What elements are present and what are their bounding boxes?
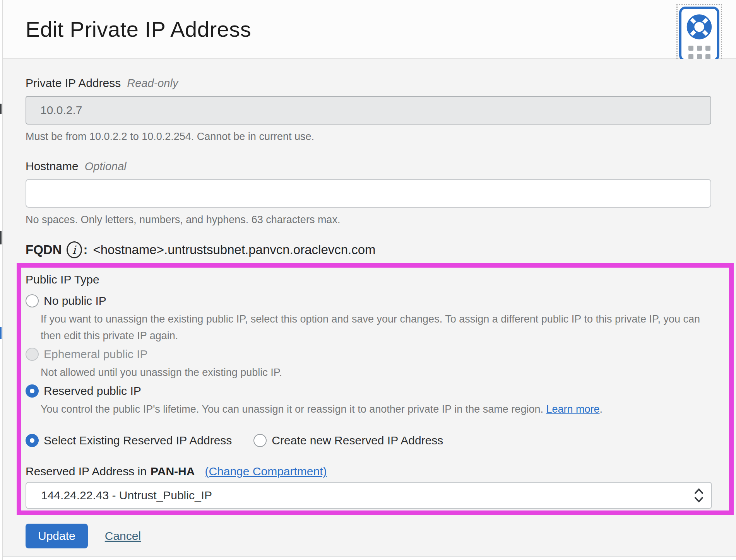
option-label: No public IP (44, 294, 106, 307)
option-select-existing: Select Existing Reserved IP Address (26, 434, 232, 447)
option-label: Select Existing Reserved IP Address (44, 434, 232, 447)
hostname-optional-tag: Optional (85, 160, 127, 173)
reserved-mode-row: Select Existing Reserved IP Address Crea… (26, 433, 712, 448)
hostname-helper: No spaces. Only letters, numbers, and hy… (26, 214, 711, 226)
private-ip-input (26, 96, 711, 125)
select-chevrons-icon (693, 487, 704, 504)
compartment-name: PAN-HA (151, 465, 195, 478)
option-no-public-ip: No public IP (26, 294, 712, 308)
reserved-ip-selected-option: 144.24.22.43 - Untrust_Public_IP (41, 489, 212, 502)
private-ip-label-row: Private IP Address Read-only (26, 77, 711, 90)
option-label: Create new Reserved IP Address (272, 434, 443, 447)
fqdn-row: FQDN i : <hostname>.untrustsubnet.panvcn… (26, 241, 711, 258)
fqdn-label: FQDN (26, 242, 62, 257)
option-description-period: . (600, 403, 603, 415)
page-edge-artifact (0, 104, 2, 114)
reserved-ip-select[interactable]: 144.24.22.43 - Untrust_Public_IP (26, 482, 712, 509)
hostname-input[interactable] (26, 179, 711, 208)
cancel-link[interactable]: Cancel (105, 529, 141, 543)
option-create-new: Create new Reserved IP Address (253, 434, 443, 447)
option-description: If you want to unassign the existing pub… (41, 311, 712, 344)
radio-create-new-reserved-ip[interactable] (253, 434, 267, 447)
option-label: Reserved public IP (44, 384, 141, 398)
reserved-ip-label-row: Reserved IP Address in PAN-HA (Change Co… (26, 465, 712, 479)
help-card (679, 7, 719, 61)
help-widget[interactable] (676, 4, 722, 64)
edit-private-ip-panel: Edit Private IP Address Private IP Addre… (3, 0, 736, 560)
private-ip-label: Private IP Address (26, 77, 121, 90)
radio-reserved-public-ip[interactable] (26, 384, 39, 398)
actions-row: Update Cancel (26, 524, 711, 548)
public-ip-highlight-box: Public IP Type No public IP If you want … (17, 263, 734, 515)
change-compartment-link[interactable]: (Change Compartment) (205, 465, 327, 478)
page-title: Edit Private IP Address (26, 17, 251, 42)
learn-more-link[interactable]: Learn more (546, 403, 599, 415)
panel-header: Edit Private IP Address (3, 0, 736, 59)
page-edge-artifact (0, 231, 2, 244)
option-description-text: You control the public IP's lifetime. Yo… (41, 403, 543, 415)
drag-handle-grid-icon (688, 46, 710, 59)
page-edge-artifact (0, 327, 2, 339)
footer-divider (3, 556, 736, 557)
private-ip-readonly-tag: Read-only (127, 77, 178, 90)
private-ip-helper: Must be from 10.0.2.2 to 10.0.2.254. Can… (26, 131, 711, 143)
reserved-ip-label: Reserved IP Address in (26, 465, 147, 478)
public-ip-type-label: Public IP Type (26, 273, 712, 286)
radio-ephemeral-public-ip (26, 348, 39, 361)
info-icon[interactable]: i (67, 241, 82, 258)
option-description: Not allowed until you unassign the exist… (41, 364, 712, 381)
hostname-label: Hostname (26, 160, 79, 173)
option-ephemeral-public-ip: Ephemeral public IP (26, 347, 712, 361)
form-body: Private IP Address Read-only Must be fro… (3, 59, 736, 556)
fqdn-value: <hostname>.untrustsubnet.panvcn.oraclevc… (93, 242, 376, 257)
hostname-label-row: Hostname Optional (26, 160, 711, 174)
option-description: You control the public IP's lifetime. Yo… (41, 401, 712, 418)
radio-no-public-ip[interactable] (26, 294, 39, 307)
fqdn-colon: : (84, 242, 88, 257)
option-reserved-public-ip: Reserved public IP (26, 384, 712, 398)
radio-select-existing-reserved-ip[interactable] (26, 434, 39, 447)
option-label: Ephemeral public IP (44, 348, 147, 361)
update-button[interactable]: Update (26, 524, 88, 548)
background-page-sliver (0, 0, 3, 560)
life-ring-icon (685, 13, 714, 41)
